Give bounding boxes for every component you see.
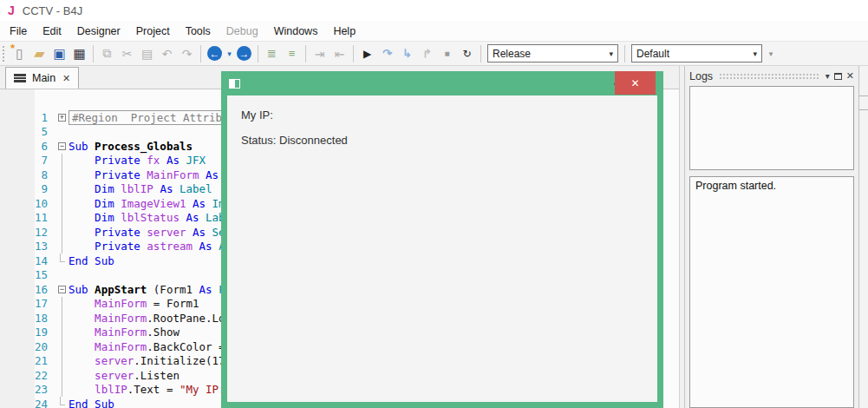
window-title: CCTV - B4J [23, 4, 82, 17]
save-icon[interactable]: ▣ [49, 43, 69, 63]
token: .RootPane.Lo [147, 312, 225, 325]
code-text: #Region Project Attribu [69, 111, 232, 124]
token: .BackColor = [147, 340, 225, 353]
strip-divider [859, 95, 868, 96]
back-history-dropdown-icon[interactable]: ▾ [225, 43, 234, 63]
logs-title: Logs [689, 70, 713, 82]
token [69, 154, 95, 167]
token: astream [147, 240, 199, 253]
code-text: Sub Process_Globals [69, 140, 193, 153]
menu-item-edit[interactable]: Edit [35, 23, 69, 40]
close-button[interactable]: ✕ [615, 71, 656, 95]
token: Private [95, 168, 147, 181]
navigate-forward-icon[interactable]: → [237, 46, 251, 61]
token: Private [95, 226, 147, 239]
token: AppStart [95, 283, 153, 296]
menu-item-tools[interactable]: Tools [178, 23, 219, 40]
toolbar-separator [258, 45, 258, 63]
line-number: 5 [0, 125, 55, 138]
cut-icon[interactable]: ✂ [117, 43, 137, 63]
token [69, 326, 95, 339]
fold-guide [62, 154, 62, 168]
toolbar-grip [3, 46, 6, 62]
toolbar-separator [480, 45, 481, 63]
new-project-icon[interactable]: ▯* [10, 43, 29, 63]
logs-close-icon[interactable]: ✕ [846, 70, 854, 82]
token: Private [95, 240, 147, 253]
tab-main[interactable]: Main ✕ [5, 67, 79, 89]
menu-item-project[interactable]: Project [128, 23, 178, 40]
outdent-icon[interactable]: ⇤ [330, 43, 349, 63]
strip-divider [859, 109, 868, 110]
navigate-back-icon[interactable]: ← [207, 46, 222, 61]
collapsed-region: #Region Project Attribu [69, 110, 232, 125]
fold-guide [62, 311, 62, 326]
copy-icon[interactable]: ⧉ [97, 43, 117, 63]
fold-guide [62, 297, 62, 312]
paste-icon[interactable]: ▤ [137, 43, 157, 63]
open-project-icon[interactable]: ▰ [29, 43, 49, 63]
build-configuration-select[interactable]: Release▾ [487, 44, 618, 63]
code-text: server.Listen [69, 369, 179, 382]
token: MainForm [147, 168, 206, 181]
undo-icon[interactable]: ↶ [157, 43, 177, 63]
token: ImageView1 [121, 197, 193, 210]
collapse-region-icon[interactable]: − [58, 142, 66, 150]
logs-maximize-icon[interactable] [834, 73, 842, 80]
fold-guide [62, 196, 62, 211]
toolbar-overflow-icon[interactable]: ▾ [765, 43, 777, 63]
fold-cell [55, 182, 69, 197]
fold-cell [55, 397, 69, 408]
fold-cell [55, 168, 69, 182]
conditional-symbols-select[interactable]: Default▾ [631, 44, 762, 63]
app-window-titlebar[interactable]: – ✕ [227, 71, 657, 95]
fold-cell [55, 240, 69, 254]
code-text: Private server As Se [69, 226, 225, 239]
logs-drag-handle[interactable] [719, 73, 819, 80]
step-over-icon[interactable]: ↷ [377, 43, 397, 63]
toolbar-separator [624, 45, 625, 63]
fold-cell [55, 326, 69, 340]
token: Dim [95, 197, 121, 210]
line-number: 16 [0, 283, 55, 296]
logs-filter-box[interactable] [689, 86, 854, 170]
menu-item-debug[interactable]: Debug [219, 23, 266, 40]
indent-icon[interactable]: ⇥ [310, 43, 330, 63]
comment-icon[interactable]: ≣ [262, 43, 282, 63]
uncomment-icon[interactable]: ≡ [282, 43, 302, 63]
token: Dim [95, 182, 121, 195]
my-ip-label: My IP: [241, 109, 643, 122]
line-number: 15 [0, 268, 55, 281]
collapse-region-icon[interactable]: − [58, 286, 66, 293]
redo-icon[interactable]: ↷ [177, 43, 197, 63]
token: As [199, 240, 219, 253]
menu-item-help[interactable]: Help [325, 23, 363, 40]
logs-dropdown-icon[interactable]: ▾ [826, 71, 830, 81]
run-icon[interactable]: ▶ [357, 43, 377, 63]
token: MainForm [95, 340, 147, 353]
modules-icon[interactable]: ▦ [69, 43, 89, 63]
collapsed-panel-strip[interactable] [858, 66, 868, 408]
menu-item-windows[interactable]: Windows [266, 23, 326, 40]
step-into-icon[interactable]: ↳ [397, 43, 417, 63]
token: #Region Project Attribu [72, 111, 229, 124]
stop-icon[interactable]: ■ [437, 43, 457, 63]
token: server [95, 354, 134, 367]
token: "My IP: [179, 383, 225, 396]
fold-cell [55, 268, 69, 283]
menu-item-designer[interactable]: Designer [69, 23, 128, 40]
token: lblIP [121, 182, 160, 195]
logs-output-box[interactable]: Program started. [689, 176, 854, 408]
panel-splitter[interactable] [679, 66, 685, 408]
fold-guide [62, 225, 62, 240]
expand-region-icon[interactable]: + [58, 114, 66, 122]
token: MainForm [95, 326, 147, 339]
token [69, 226, 95, 239]
tab-close-icon[interactable]: ✕ [62, 73, 70, 84]
menu-item-file[interactable]: File [2, 23, 35, 40]
step-out-icon[interactable]: ↱ [417, 43, 437, 63]
rebuild-icon[interactable]: ↻ [457, 43, 477, 63]
fold-guide-end [60, 253, 65, 262]
token: .Initialize(17 [134, 354, 225, 367]
token [69, 354, 95, 367]
